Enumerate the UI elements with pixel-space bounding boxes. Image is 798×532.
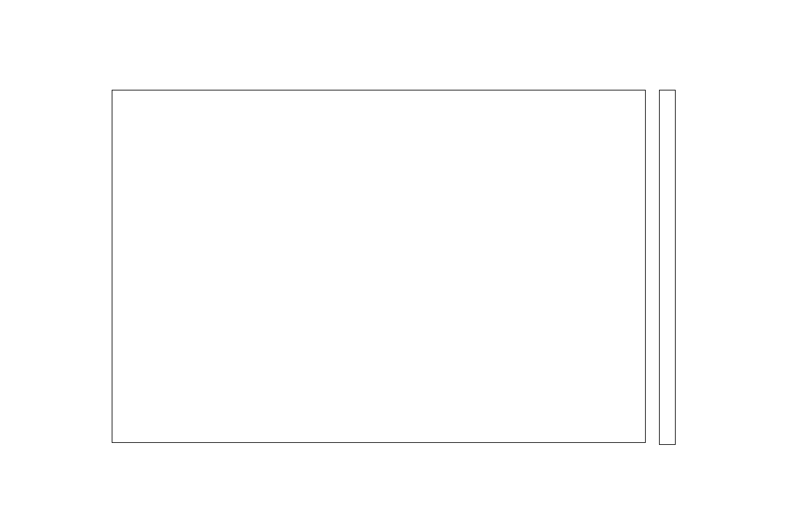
colorbar-gradient bbox=[659, 90, 676, 445]
radar-reflectivity-figure bbox=[0, 0, 798, 532]
reflectivity-heatmap-canvas bbox=[112, 90, 646, 443]
